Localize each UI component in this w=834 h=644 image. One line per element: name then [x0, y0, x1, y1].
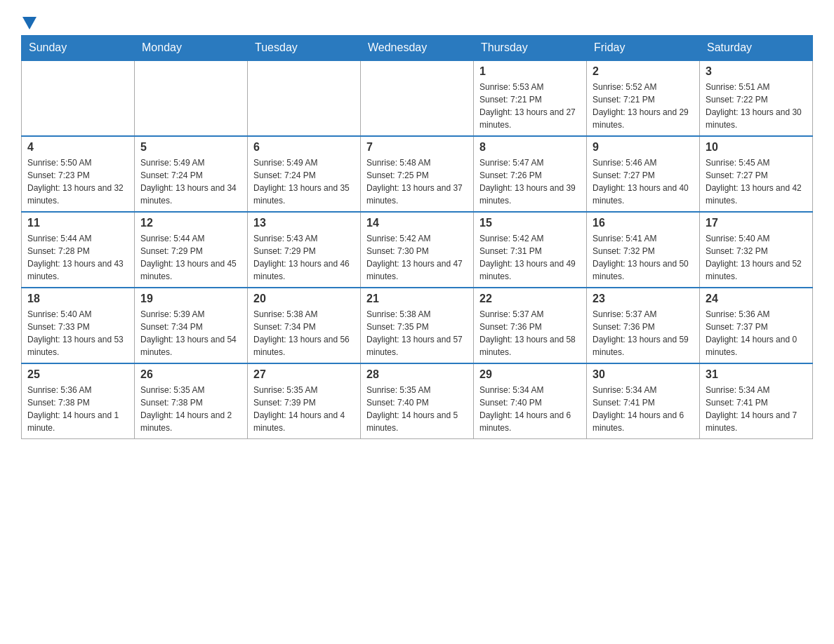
day-info: Sunrise: 5:46 AM Sunset: 7:27 PM Dayligh… — [593, 156, 694, 207]
calendar-week-5: 25Sunrise: 5:36 AM Sunset: 7:38 PM Dayli… — [22, 363, 813, 439]
day-number: 12 — [140, 217, 241, 229]
day-number: 20 — [253, 293, 355, 305]
day-info: Sunrise: 5:35 AM Sunset: 7:39 PM Dayligh… — [253, 384, 355, 434]
day-number: 11 — [27, 217, 128, 229]
day-info: Sunrise: 5:45 AM Sunset: 7:27 PM Dayligh… — [706, 156, 807, 207]
day-info: Sunrise: 5:40 AM Sunset: 7:33 PM Dayligh… — [27, 308, 128, 358]
calendar-cell: 15Sunrise: 5:42 AM Sunset: 7:31 PM Dayli… — [474, 212, 587, 288]
day-info: Sunrise: 5:34 AM Sunset: 7:41 PM Dayligh… — [706, 384, 807, 434]
calendar-cell: 6Sunrise: 5:49 AM Sunset: 7:24 PM Daylig… — [248, 136, 361, 212]
calendar-cell: 19Sunrise: 5:39 AM Sunset: 7:34 PM Dayli… — [135, 288, 248, 363]
calendar-cell — [22, 60, 135, 136]
day-info: Sunrise: 5:44 AM Sunset: 7:28 PM Dayligh… — [27, 232, 128, 283]
day-number: 14 — [366, 217, 468, 229]
calendar-cell — [361, 60, 474, 136]
day-number: 10 — [706, 141, 807, 154]
day-info: Sunrise: 5:37 AM Sunset: 7:36 PM Dayligh… — [593, 308, 694, 358]
calendar-cell: 16Sunrise: 5:41 AM Sunset: 7:32 PM Dayli… — [587, 212, 700, 288]
day-info: Sunrise: 5:41 AM Sunset: 7:32 PM Dayligh… — [593, 232, 694, 283]
logo-triangle-icon — [22, 17, 37, 29]
calendar-cell: 11Sunrise: 5:44 AM Sunset: 7:28 PM Dayli… — [22, 212, 135, 288]
calendar-cell: 10Sunrise: 5:45 AM Sunset: 7:27 PM Dayli… — [700, 136, 813, 212]
day-info: Sunrise: 5:49 AM Sunset: 7:24 PM Dayligh… — [253, 156, 355, 207]
day-info: Sunrise: 5:48 AM Sunset: 7:25 PM Dayligh… — [366, 156, 468, 207]
weekday-header-saturday: Saturday — [700, 36, 813, 61]
weekday-header-thursday: Thursday — [474, 36, 587, 61]
calendar-cell: 2Sunrise: 5:52 AM Sunset: 7:21 PM Daylig… — [587, 60, 700, 136]
day-info: Sunrise: 5:39 AM Sunset: 7:34 PM Dayligh… — [140, 308, 241, 358]
day-number: 17 — [706, 217, 807, 229]
day-info: Sunrise: 5:42 AM Sunset: 7:31 PM Dayligh… — [479, 232, 581, 283]
day-info: Sunrise: 5:37 AM Sunset: 7:36 PM Dayligh… — [479, 308, 581, 358]
calendar-cell: 9Sunrise: 5:46 AM Sunset: 7:27 PM Daylig… — [587, 136, 700, 212]
day-info: Sunrise: 5:47 AM Sunset: 7:26 PM Dayligh… — [479, 156, 581, 207]
calendar-cell: 24Sunrise: 5:36 AM Sunset: 7:37 PM Dayli… — [700, 288, 813, 363]
day-info: Sunrise: 5:38 AM Sunset: 7:34 PM Dayligh… — [253, 308, 355, 358]
day-number: 19 — [140, 293, 241, 305]
calendar-cell: 28Sunrise: 5:35 AM Sunset: 7:40 PM Dayli… — [361, 363, 474, 439]
day-number: 6 — [253, 141, 355, 154]
calendar-cell: 3Sunrise: 5:51 AM Sunset: 7:22 PM Daylig… — [700, 60, 813, 136]
day-info: Sunrise: 5:42 AM Sunset: 7:30 PM Dayligh… — [366, 232, 468, 283]
day-number: 16 — [593, 217, 694, 229]
day-info: Sunrise: 5:43 AM Sunset: 7:29 PM Dayligh… — [253, 232, 355, 283]
weekday-header-sunday: Sunday — [22, 36, 135, 61]
weekday-header-monday: Monday — [135, 36, 248, 61]
calendar-table: SundayMondayTuesdayWednesdayThursdayFrid… — [21, 35, 813, 439]
logo — [21, 14, 38, 21]
weekday-header-tuesday: Tuesday — [248, 36, 361, 61]
day-info: Sunrise: 5:49 AM Sunset: 7:24 PM Dayligh… — [140, 156, 241, 207]
day-number: 27 — [253, 368, 355, 381]
day-info: Sunrise: 5:40 AM Sunset: 7:32 PM Dayligh… — [706, 232, 807, 283]
calendar-cell: 23Sunrise: 5:37 AM Sunset: 7:36 PM Dayli… — [587, 288, 700, 363]
calendar-cell: 20Sunrise: 5:38 AM Sunset: 7:34 PM Dayli… — [248, 288, 361, 363]
day-info: Sunrise: 5:51 AM Sunset: 7:22 PM Dayligh… — [706, 81, 807, 131]
calendar-cell: 14Sunrise: 5:42 AM Sunset: 7:30 PM Dayli… — [361, 212, 474, 288]
calendar-week-1: 1Sunrise: 5:53 AM Sunset: 7:21 PM Daylig… — [22, 60, 813, 136]
day-number: 22 — [479, 293, 581, 305]
calendar-cell — [135, 60, 248, 136]
day-number: 24 — [706, 293, 807, 305]
day-number: 28 — [366, 368, 468, 381]
day-number: 13 — [253, 217, 355, 229]
calendar-cell: 21Sunrise: 5:38 AM Sunset: 7:35 PM Dayli… — [361, 288, 474, 363]
calendar-cell: 17Sunrise: 5:40 AM Sunset: 7:32 PM Dayli… — [700, 212, 813, 288]
day-number: 15 — [479, 217, 581, 229]
page-header — [21, 14, 813, 21]
day-info: Sunrise: 5:34 AM Sunset: 7:40 PM Dayligh… — [479, 384, 581, 434]
day-number: 30 — [593, 368, 694, 381]
calendar-cell: 18Sunrise: 5:40 AM Sunset: 7:33 PM Dayli… — [22, 288, 135, 363]
day-number: 3 — [706, 65, 807, 78]
day-number: 4 — [27, 141, 128, 154]
day-info: Sunrise: 5:34 AM Sunset: 7:41 PM Dayligh… — [593, 384, 694, 434]
calendar-cell: 22Sunrise: 5:37 AM Sunset: 7:36 PM Dayli… — [474, 288, 587, 363]
calendar-cell: 7Sunrise: 5:48 AM Sunset: 7:25 PM Daylig… — [361, 136, 474, 212]
day-number: 23 — [593, 293, 694, 305]
day-number: 25 — [27, 368, 128, 381]
day-info: Sunrise: 5:36 AM Sunset: 7:37 PM Dayligh… — [706, 308, 807, 358]
calendar-cell: 13Sunrise: 5:43 AM Sunset: 7:29 PM Dayli… — [248, 212, 361, 288]
calendar-week-4: 18Sunrise: 5:40 AM Sunset: 7:33 PM Dayli… — [22, 288, 813, 363]
day-number: 2 — [593, 65, 694, 78]
day-number: 8 — [479, 141, 581, 154]
day-number: 26 — [140, 368, 241, 381]
calendar-cell — [248, 60, 361, 136]
day-info: Sunrise: 5:35 AM Sunset: 7:40 PM Dayligh… — [366, 384, 468, 434]
day-number: 21 — [366, 293, 468, 305]
day-info: Sunrise: 5:44 AM Sunset: 7:29 PM Dayligh… — [140, 232, 241, 283]
day-number: 9 — [593, 141, 694, 154]
calendar-cell: 12Sunrise: 5:44 AM Sunset: 7:29 PM Dayli… — [135, 212, 248, 288]
weekday-header-row: SundayMondayTuesdayWednesdayThursdayFrid… — [22, 36, 813, 61]
calendar-cell: 31Sunrise: 5:34 AM Sunset: 7:41 PM Dayli… — [700, 363, 813, 439]
day-info: Sunrise: 5:50 AM Sunset: 7:23 PM Dayligh… — [27, 156, 128, 207]
day-info: Sunrise: 5:52 AM Sunset: 7:21 PM Dayligh… — [593, 81, 694, 131]
day-info: Sunrise: 5:53 AM Sunset: 7:21 PM Dayligh… — [479, 81, 581, 131]
calendar-cell: 27Sunrise: 5:35 AM Sunset: 7:39 PM Dayli… — [248, 363, 361, 439]
day-info: Sunrise: 5:35 AM Sunset: 7:38 PM Dayligh… — [140, 384, 241, 434]
calendar-cell: 25Sunrise: 5:36 AM Sunset: 7:38 PM Dayli… — [22, 363, 135, 439]
day-number: 31 — [706, 368, 807, 381]
calendar-week-2: 4Sunrise: 5:50 AM Sunset: 7:23 PM Daylig… — [22, 136, 813, 212]
calendar-cell: 4Sunrise: 5:50 AM Sunset: 7:23 PM Daylig… — [22, 136, 135, 212]
weekday-header-wednesday: Wednesday — [361, 36, 474, 61]
calendar-cell: 29Sunrise: 5:34 AM Sunset: 7:40 PM Dayli… — [474, 363, 587, 439]
